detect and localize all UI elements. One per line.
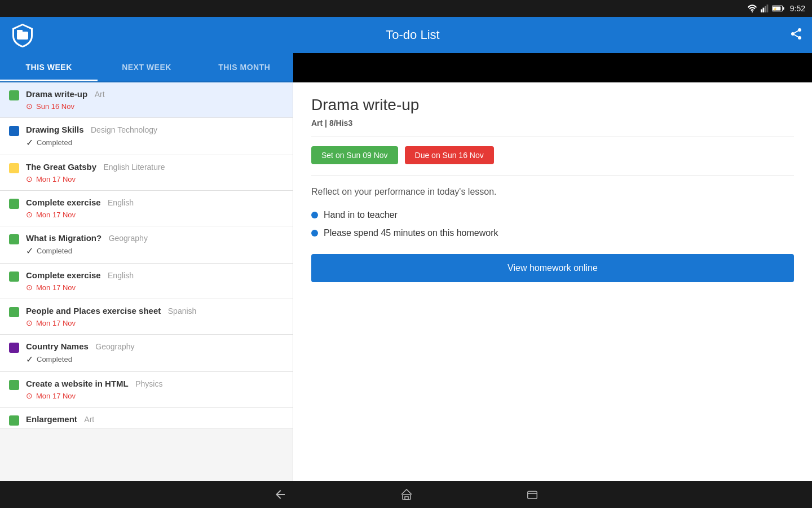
checkmark-icon: ✓	[26, 246, 33, 256]
signal-icon	[761, 5, 769, 12]
todo-item-content: Drama write-up Art ⊙ Sun 16 Nov	[26, 89, 284, 111]
app-logo	[9, 21, 36, 49]
todo-item-subject: Art	[84, 415, 94, 424]
detail-title: Drama write-up	[311, 96, 794, 114]
subject-color-dot	[9, 415, 19, 426]
recents-button[interactable]	[526, 488, 539, 501]
todo-item[interactable]: Create a website in HTML Physics ⊙ Mon 1…	[0, 372, 293, 408]
svg-rect-4	[766, 5, 768, 12]
share-button[interactable]	[789, 27, 803, 43]
due-date-text: Mon 17 Nov	[36, 211, 76, 219]
todo-item-content: The Great Gatsby English Literature ⊙ Mo…	[26, 162, 284, 183]
todo-item-subject: Art	[95, 90, 105, 99]
todo-item[interactable]: Country Names Geography ✓ Completed	[0, 335, 293, 372]
todo-due-row: ⊙ Mon 17 Nov	[26, 391, 284, 400]
todo-due-row: ⊙ Mon 17 Nov	[26, 318, 284, 327]
subject-color-dot	[9, 234, 19, 244]
todo-item[interactable]: People and Places exercise sheet Spanish…	[0, 299, 293, 335]
todo-item-content: Drawing Skills Design Technology ✓ Compl…	[26, 125, 284, 148]
status-icons: ⚡ 9:52	[747, 4, 805, 13]
wifi-icon	[747, 5, 757, 12]
due-clock-icon: ⊙	[26, 283, 33, 292]
todo-item-title: Drama write-up	[26, 89, 87, 99]
todo-item-title: Enlargement	[26, 414, 77, 424]
svg-rect-2	[762, 8, 764, 12]
bottom-nav	[0, 481, 812, 508]
detail-description: Reflect on your performance in today's l…	[311, 185, 794, 199]
todo-item[interactable]: What is Migration? Geography ✓ Completed	[0, 226, 293, 264]
todo-item[interactable]: The Great Gatsby English Literature ⊙ Mo…	[0, 155, 293, 191]
todo-item-title: Complete exercise	[26, 198, 101, 207]
svg-point-12	[791, 32, 795, 36]
home-button[interactable]	[400, 488, 413, 501]
due-on-badge: Due on Sun 16 Nov	[405, 146, 494, 164]
todo-item-subject: English	[108, 198, 134, 207]
battery-icon: ⚡	[772, 5, 784, 12]
svg-point-0	[752, 11, 753, 12]
due-clock-icon: ⊙	[26, 174, 33, 183]
todo-item[interactable]: Complete exercise English ⊙ Mon 17 Nov	[0, 264, 293, 299]
completed-row: ✓ Completed	[26, 137, 284, 148]
checkmark-icon: ✓	[26, 137, 33, 148]
subject-color-dot	[9, 126, 19, 136]
view-homework-button[interactable]: View homework online	[311, 254, 794, 282]
completed-row: ✓ Completed	[26, 354, 284, 365]
todo-item-content: Enlargement Art	[26, 414, 284, 424]
detail-panel: Drama write-up Art | 8/His3 Set on Sun 0…	[293, 82, 812, 481]
divider	[311, 137, 794, 137]
list-item: Hand in to teacher	[311, 210, 794, 220]
bullet-text: Hand in to teacher	[324, 210, 398, 220]
set-on-badge: Set on Sun 09 Nov	[311, 146, 398, 164]
todo-item-title: People and Places exercise sheet	[26, 306, 161, 316]
svg-rect-6	[783, 7, 784, 10]
due-date-text: Mon 17 Nov	[36, 319, 76, 327]
tab-next-week[interactable]: NEXT WEEK	[98, 53, 195, 81]
app-title: To-do List	[36, 28, 789, 42]
svg-rect-3	[765, 6, 766, 12]
todo-item-content: Complete exercise English ⊙ Mon 17 Nov	[26, 198, 284, 219]
todo-item[interactable]: Drawing Skills Design Technology ✓ Compl…	[0, 118, 293, 155]
due-clock-icon: ⊙	[26, 318, 33, 327]
bullet-icon	[311, 212, 318, 218]
status-bar: ⚡ 9:52	[0, 0, 812, 17]
checkmark-icon: ✓	[26, 354, 33, 365]
completed-label: Completed	[37, 355, 72, 364]
bullet-text: Please spend 45 minutes on this homework	[324, 228, 498, 238]
todo-item-subject: Geography	[95, 342, 134, 351]
todo-item-title: What is Migration?	[26, 233, 102, 243]
due-date-text: Mon 17 Nov	[36, 283, 76, 292]
tab-this-month[interactable]: THIS MONTH	[196, 53, 293, 81]
back-button[interactable]	[273, 488, 287, 501]
subject-color-dot	[9, 90, 19, 100]
app-bar: To-do List	[0, 17, 812, 53]
subject-color-dot	[9, 343, 19, 353]
detail-bullets: Hand in to teacher Please spend 45 minut…	[311, 210, 794, 238]
due-date-text: Sun 16 Nov	[36, 102, 74, 111]
todo-item[interactable]: Drama write-up Art ⊙ Sun 16 Nov	[0, 82, 293, 118]
todo-item-subject: Spanish	[168, 306, 197, 316]
todo-item[interactable]: Enlargement Art	[0, 408, 293, 428]
todo-item-title: Create a website in HTML	[26, 379, 129, 388]
time-display: 9:52	[790, 4, 805, 13]
svg-point-13	[798, 36, 801, 40]
svg-rect-10	[17, 30, 23, 32]
due-date-text: Mon 17 Nov	[36, 392, 76, 400]
bullet-icon	[311, 230, 318, 237]
todo-item-subject: English Literature	[104, 163, 165, 172]
completed-label: Completed	[37, 247, 72, 255]
todo-item-content: Complete exercise English ⊙ Mon 17 Nov	[26, 270, 284, 292]
list-item: Please spend 45 minutes on this homework	[311, 228, 794, 238]
svg-point-11	[798, 28, 801, 32]
todo-due-row: ⊙ Mon 17 Nov	[26, 210, 284, 219]
tab-bar: THIS WEEK NEXT WEEK THIS MONTH	[0, 53, 293, 82]
completed-label: Completed	[37, 138, 72, 147]
due-clock-icon: ⊙	[26, 391, 33, 400]
completed-row: ✓ Completed	[26, 246, 284, 256]
todo-item-content: People and Places exercise sheet Spanish…	[26, 306, 284, 327]
date-badges: Set on Sun 09 Nov Due on Sun 16 Nov	[311, 146, 794, 164]
subject-color-dot	[9, 163, 19, 173]
tab-this-week[interactable]: THIS WEEK	[0, 53, 98, 81]
due-date-text: Mon 17 Nov	[36, 175, 76, 183]
todo-item[interactable]: Complete exercise English ⊙ Mon 17 Nov	[0, 191, 293, 226]
todo-due-row: ⊙ Sun 16 Nov	[26, 102, 284, 111]
